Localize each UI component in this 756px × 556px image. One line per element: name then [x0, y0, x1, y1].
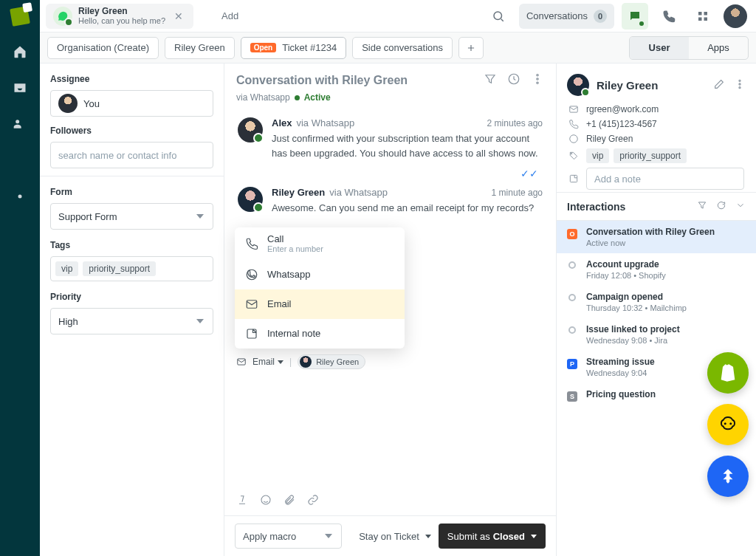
history-icon[interactable]: [507, 72, 520, 88]
search-icon[interactable]: [485, 3, 512, 30]
phone-icon[interactable]: [656, 3, 682, 30]
reports-icon[interactable]: [13, 153, 27, 170]
add-side-tab-button[interactable]: [458, 37, 484, 59]
priority-select[interactable]: High: [50, 308, 213, 334]
reply-bar: Email | Riley Green: [224, 349, 556, 375]
form-label: Form: [50, 187, 213, 197]
status-dot: [295, 95, 300, 100]
channel-option-call[interactable]: CallEnter a number: [235, 227, 405, 260]
whatsapp-icon: [53, 7, 72, 26]
svg-rect-13: [238, 358, 246, 364]
tags-field[interactable]: vip priority_support: [50, 256, 213, 281]
settings-icon[interactable]: [13, 189, 27, 206]
message: Alex via Whatsapp 2 minutes ago Just con…: [224, 110, 556, 168]
priority-label: Priority: [50, 292, 213, 302]
conversation-panel: Conversation with Riley Green via Whatsa…: [224, 64, 557, 556]
conversation-status: Active: [304, 92, 331, 103]
mailchimp-bubble[interactable]: [707, 404, 749, 445]
more-icon[interactable]: [531, 72, 544, 88]
conversations-button[interactable]: Conversations 0: [519, 4, 614, 29]
segment-user[interactable]: User: [630, 37, 689, 59]
interaction-item[interactable]: OConversation with Riley GreenActive now: [557, 221, 756, 253]
contact-email: rgreen@work.com: [586, 104, 659, 114]
svg-point-15: [739, 80, 740, 81]
interaction-item[interactable]: Issue linked to projectWednesday 9:08 • …: [557, 318, 756, 351]
left-nav-rail: [0, 0, 40, 556]
attachment-icon[interactable]: [284, 494, 295, 508]
svg-point-23: [729, 422, 732, 425]
svg-point-14: [261, 495, 270, 504]
logo-icon: [10, 6, 30, 27]
svg-point-16: [739, 83, 740, 84]
active-tab-chip[interactable]: Riley Green Hello, can you help me? ✕: [46, 4, 193, 29]
apply-macro-select[interactable]: Apply macro: [235, 524, 342, 549]
svg-point-9: [537, 82, 538, 83]
submit-button[interactable]: Submit as Closed: [439, 524, 546, 549]
user-avatar[interactable]: [724, 4, 747, 28]
form-select[interactable]: Support Form: [50, 203, 213, 230]
message-avatar: [238, 187, 263, 212]
stay-on-ticket-button[interactable]: Stay on Ticket: [359, 531, 431, 542]
chevron-down-icon[interactable]: [735, 200, 746, 213]
jira-bubble[interactable]: [707, 456, 749, 497]
chat-icon[interactable]: [622, 3, 648, 30]
edit-icon[interactable]: [713, 78, 725, 92]
reply-channel[interactable]: Email: [252, 357, 284, 367]
svg-rect-21: [570, 175, 577, 182]
tab-side-conversations[interactable]: Side conversations: [352, 37, 453, 59]
tag-chip: vip: [586, 148, 609, 163]
tag-chip: priority_support: [614, 148, 687, 163]
contact-avatar: [567, 74, 589, 96]
channel-option-whatsapp[interactable]: Whatsapp: [235, 260, 405, 289]
tag-chip[interactable]: priority_support: [83, 261, 156, 276]
filter-icon[interactable]: [484, 72, 497, 88]
inbox-icon[interactable]: [13, 80, 27, 97]
tab-contact[interactable]: Riley Green: [165, 37, 235, 59]
add-label: Add: [221, 10, 238, 21]
svg-point-17: [739, 86, 740, 88]
channel-option-internal-note[interactable]: Internal note: [235, 319, 405, 349]
more-icon[interactable]: [734, 78, 746, 92]
topbar: Riley Green Hello, can you help me? ✕ Ad…: [40, 0, 756, 32]
filter-icon[interactable]: [697, 200, 707, 213]
home-icon[interactable]: [13, 44, 27, 61]
svg-point-22: [724, 422, 726, 425]
contact-name: Riley Green: [597, 79, 658, 92]
svg-point-0: [18, 195, 22, 199]
reply-recipient[interactable]: Riley Green: [298, 354, 365, 369]
link-icon[interactable]: [307, 494, 319, 508]
tab-organisation[interactable]: Organisation (Create): [47, 37, 159, 59]
segment-apps[interactable]: Apps: [689, 37, 748, 59]
tab-subtitle: Hello, can you help me?: [78, 16, 165, 25]
interaction-item[interactable]: Account upgradeFriday 12:08 • Shopify: [557, 253, 756, 286]
tab-title: Riley Green: [78, 7, 165, 16]
shopify-bubble[interactable]: [707, 352, 749, 394]
interaction-item[interactable]: Campaign openedThursday 10:32 • Mailchim…: [557, 286, 756, 318]
svg-rect-18: [570, 106, 578, 112]
assignee-field[interactable]: You: [50, 90, 213, 117]
svg-rect-4: [698, 17, 702, 21]
emoji-icon[interactable]: [260, 494, 272, 508]
conversation-title: Conversation with Riley Green: [236, 74, 408, 87]
channel-option-email[interactable]: Email: [235, 289, 405, 319]
text-format-icon[interactable]: [236, 494, 248, 508]
add-note-input[interactable]: [586, 168, 744, 190]
svg-point-19: [570, 135, 578, 143]
recipient-avatar: [300, 356, 312, 368]
followers-search[interactable]: [58, 150, 205, 161]
customers-icon[interactable]: [13, 117, 27, 134]
followers-label: Followers: [50, 126, 213, 136]
followers-input[interactable]: [50, 142, 213, 168]
svg-rect-5: [704, 17, 708, 21]
assignee-label: Assignee: [50, 74, 213, 84]
svg-rect-12: [247, 329, 256, 338]
assignee-avatar: [58, 94, 78, 113]
add-tab-button[interactable]: Add: [201, 10, 244, 21]
close-icon[interactable]: ✕: [174, 10, 186, 22]
apps-icon[interactable]: [690, 3, 716, 30]
tab-ticket[interactable]: Open Ticket #1234: [241, 37, 347, 59]
tag-chip[interactable]: vip: [55, 261, 78, 276]
refresh-icon[interactable]: [716, 200, 726, 213]
editor-toolbar: [224, 487, 556, 515]
ticket-sidebar: Assignee You Followers Form Support Form: [40, 64, 224, 556]
